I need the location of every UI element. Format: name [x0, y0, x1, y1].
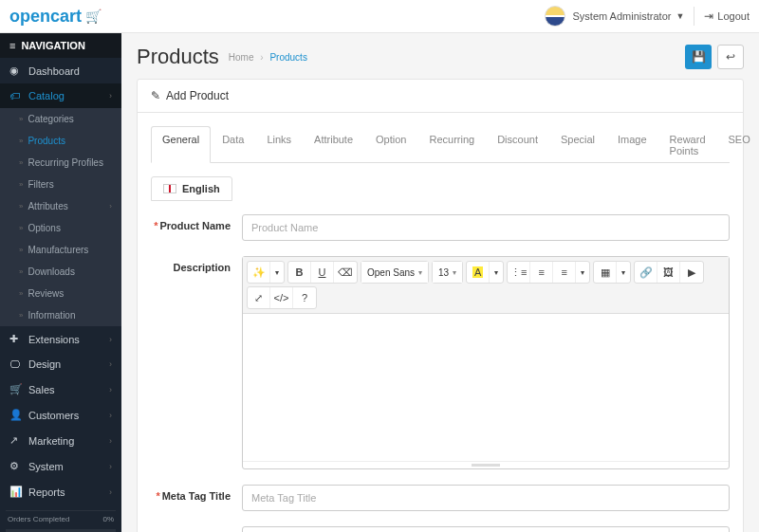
nav-sales[interactable]: 🛒Sales› [0, 376, 121, 402]
tab-reward[interactable]: Reward Points [658, 126, 717, 163]
chevron-right-icon: › [109, 359, 112, 369]
catalog-icon: 🏷 [9, 90, 23, 101]
product-name-input[interactable] [242, 214, 730, 241]
chevron-down-icon[interactable]: ▾ [576, 262, 589, 283]
nav-downloads[interactable]: »Downloads [0, 261, 121, 283]
logout-link[interactable]: ⇥ Logout [704, 9, 750, 23]
chevron-right-icon: › [109, 462, 112, 471]
tab-links[interactable]: Links [255, 126, 303, 163]
nav-products[interactable]: »Products [0, 130, 121, 152]
nav-categories[interactable]: »Categories [0, 108, 121, 130]
dashboard-icon: ◉ [9, 64, 23, 77]
chevron-right-icon: › [109, 335, 112, 344]
divider [694, 7, 694, 26]
nav-manufacturers[interactable]: »Manufacturers [0, 239, 121, 261]
text-color-button[interactable]: A [467, 262, 490, 283]
eraser-button[interactable]: ⌫ [334, 262, 357, 283]
chevron-icon: » [19, 180, 23, 189]
nav-marketing[interactable]: ↗Marketing› [0, 428, 121, 453]
fullscreen-button[interactable]: ⤢ [248, 287, 270, 308]
save-button[interactable]: 💾 [685, 45, 712, 69]
chevron-icon: » [19, 267, 23, 276]
tab-recurring[interactable]: Recurring [417, 126, 486, 163]
underline-button[interactable]: U [311, 262, 334, 283]
chart-icon: 📊 [9, 486, 23, 498]
chevron-icon: » [19, 115, 23, 123]
meta-title-input[interactable] [242, 485, 730, 511]
back-button[interactable]: ↩ [717, 45, 744, 69]
editor-resize[interactable] [243, 461, 729, 468]
nav-catalog[interactable]: 🏷Catalog› [0, 83, 121, 108]
ul-button[interactable]: ⋮≡ [508, 262, 530, 283]
chevron-icon: » [19, 311, 23, 320]
tab-image[interactable]: Image [606, 126, 658, 163]
align-button[interactable]: ≡ [553, 262, 576, 283]
meta-desc-input[interactable] [242, 526, 730, 532]
meta-desc-label: Meta Tag Description [151, 526, 242, 532]
chevron-down-icon: ▼ [676, 11, 684, 21]
tab-seo[interactable]: SEO [717, 126, 759, 163]
flag-uk-icon [163, 184, 176, 193]
monitor-icon: 🖵 [9, 358, 23, 370]
chevron-down-icon[interactable]: ▾ [270, 262, 284, 283]
table-button[interactable]: ▦ [594, 262, 617, 283]
image-button[interactable]: 🖼 [657, 262, 680, 283]
video-button[interactable]: ▶ [680, 262, 703, 283]
nav-filters[interactable]: »Filters [0, 174, 121, 195]
nav-design[interactable]: 🖵Design› [0, 352, 121, 376]
help-button[interactable]: ? [293, 287, 316, 308]
tab-option[interactable]: Option [364, 126, 417, 163]
language-tab[interactable]: English [151, 176, 232, 201]
code-button[interactable]: </> [270, 287, 293, 308]
editor-body[interactable] [243, 314, 729, 461]
chevron-right-icon: › [109, 411, 112, 420]
chevron-icon: » [19, 158, 23, 167]
chevron-right-icon: › [109, 91, 112, 101]
gear-icon: ⚙ [9, 460, 23, 472]
nav-recurring[interactable]: »Recurring Profiles [0, 152, 121, 174]
tab-data[interactable]: Data [211, 126, 255, 163]
nav-system[interactable]: ⚙System› [0, 453, 121, 479]
language-label: English [182, 183, 220, 194]
size-select[interactable]: 13▾ [433, 262, 462, 283]
nav-information[interactable]: »Information [0, 304, 121, 326]
share-icon: ↗ [9, 434, 23, 447]
ol-button[interactable]: ≡ [530, 262, 553, 283]
rich-text-editor: ✨▾ BU⌫ Open Sans▾ 13▾ A▾ ⋮≡≡≡▾ ▦▾ 🔗🖼▶ ⤢<… [242, 256, 730, 469]
user-menu[interactable]: System Administrator ▼ [545, 6, 685, 27]
chevron-down-icon[interactable]: ▾ [490, 262, 503, 283]
editor-toolbar: ✨▾ BU⌫ Open Sans▾ 13▾ A▾ ⋮≡≡≡▾ ▦▾ 🔗🖼▶ ⤢<… [243, 257, 729, 314]
chevron-right-icon: › [109, 436, 112, 446]
chevron-icon: » [19, 137, 23, 145]
nav-header[interactable]: ≡ NAVIGATION [0, 33, 121, 58]
panel-title: Add Product [166, 89, 229, 102]
tab-special[interactable]: Special [549, 126, 606, 163]
tab-attribute[interactable]: Attribute [303, 126, 364, 163]
link-button[interactable]: 🔗 [635, 262, 657, 283]
user-icon: 👤 [9, 409, 23, 421]
crumb-products[interactable]: Products [269, 52, 306, 63]
nav-reviews[interactable]: »Reviews [0, 283, 121, 304]
crumb-home[interactable]: Home [229, 52, 254, 63]
wand-icon[interactable]: ✨ [248, 262, 270, 283]
font-select[interactable]: Open Sans▾ [361, 262, 428, 283]
nav-reports[interactable]: 📊Reports› [0, 479, 121, 504]
chevron-right-icon: › [260, 52, 263, 63]
chevron-right-icon: › [109, 385, 112, 394]
nav-dashboard[interactable]: ◉Dashboard [0, 58, 121, 83]
bold-button[interactable]: B [288, 262, 311, 283]
nav-attributes[interactable]: »Attributes› [0, 195, 121, 217]
chevron-right-icon: › [109, 487, 112, 497]
pencil-icon: ✎ [151, 89, 160, 102]
brand-logo[interactable]: opencart 🛒 [9, 7, 102, 27]
tab-discount[interactable]: Discount [486, 126, 549, 163]
chevron-down-icon[interactable]: ▾ [617, 262, 630, 283]
nav-customers[interactable]: 👤Customers› [0, 402, 121, 428]
order-stats: Orders Completed0% Orders Processing0% [0, 504, 121, 532]
chevron-icon: » [19, 246, 23, 254]
nav-extensions[interactable]: ✚Extensions› [0, 326, 121, 352]
sidebar: ≡ NAVIGATION ◉Dashboard 🏷Catalog› »Categ… [0, 33, 121, 532]
tab-general[interactable]: General [151, 126, 211, 163]
cart-icon: 🛒 [9, 383, 23, 395]
nav-options[interactable]: »Options [0, 217, 121, 239]
